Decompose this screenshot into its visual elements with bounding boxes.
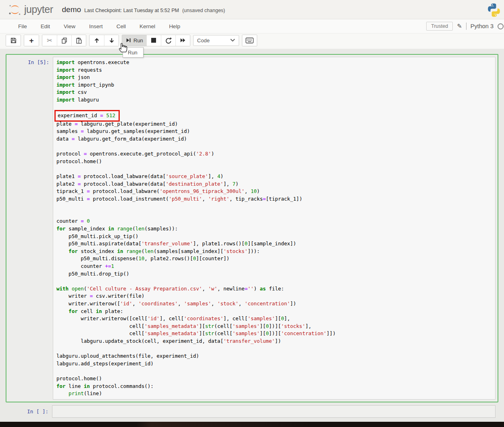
code-line: for stock_index in range(len(samples[sam… xyxy=(56,248,492,255)
toolbar: + ✂ xyxy=(0,33,504,49)
code-line: import csv xyxy=(56,89,492,96)
cursor-pointer-icon xyxy=(117,41,129,53)
code-line: labguru.uploud_attachments(file, experim… xyxy=(56,352,492,360)
menu-items: FileEditViewInsertCellKernelHelp xyxy=(11,23,187,29)
python-logo-icon xyxy=(486,2,502,18)
restart-run-all-button[interactable] xyxy=(175,35,190,46)
arrow-down-icon xyxy=(108,37,115,44)
notebook-header: jupyter demo Last Checkpoint: Last Tuesd… xyxy=(0,0,504,19)
paste-icon xyxy=(75,37,82,44)
highlight-annotation-box: experiment_id = 512 xyxy=(54,110,120,122)
add-cell-button[interactable]: + xyxy=(24,35,39,46)
move-cell-up-button[interactable] xyxy=(90,35,104,46)
code-line: plate = labguru.get_plate(experiment_id) xyxy=(56,120,492,128)
input-prompt: In [5]: xyxy=(8,57,53,65)
code-line: plate1 = protocol.load_labware(data['sou… xyxy=(56,173,492,180)
code-line: p50_multi = protocol.load_instrument('p5… xyxy=(56,195,492,203)
menu-kernel[interactable]: Kernel xyxy=(133,23,162,29)
code-line xyxy=(56,143,492,151)
jupyter-logo[interactable]: jupyter xyxy=(8,3,53,17)
paste-cell-button[interactable] xyxy=(71,35,86,46)
menu-cell[interactable]: Cell xyxy=(110,23,133,29)
code-line: tiprack_1 = protocol.load_labware('opent… xyxy=(56,188,492,195)
code-line: writer.writerow([cell['id'], cell['coord… xyxy=(56,315,492,323)
code-line: cell['samples_metadata'][str(cell['sampl… xyxy=(56,330,492,338)
run-button-label: Run xyxy=(133,37,143,44)
code-line: import json xyxy=(56,74,492,81)
move-cell-down-button[interactable] xyxy=(104,35,119,46)
empty-code-input[interactable] xyxy=(52,405,496,418)
arrow-up-icon xyxy=(94,37,100,44)
save-button[interactable] xyxy=(6,35,21,46)
code-line: experiment_id = 512 xyxy=(56,111,492,120)
unsaved-changes-label: (unsaved changes) xyxy=(182,8,225,13)
code-line: writer = csv.writer(file) xyxy=(56,292,492,300)
checkpoint-status: Last Checkpoint: Last Tuesday at 5:52 PM xyxy=(84,8,179,13)
code-editor[interactable]: import opentrons.executeimport requestsi… xyxy=(53,57,496,400)
code-line: p50_multi.aspirate(data['transfer_volume… xyxy=(56,240,492,248)
code-line xyxy=(56,104,492,112)
menu-view[interactable]: View xyxy=(57,23,82,29)
menu-edit[interactable]: Edit xyxy=(34,23,57,29)
code-line: cell['samples_metadata'][str(cell['sampl… xyxy=(56,323,492,330)
code-line: counter +=1 xyxy=(56,263,492,270)
code-line: p50_multi.dispense(10, plate2.rows()[0][… xyxy=(56,255,492,263)
command-palette-button[interactable] xyxy=(242,35,257,46)
code-line: for cell in plate: xyxy=(56,308,492,315)
kernel-name-label: Python 3 xyxy=(471,23,494,29)
code-line: p50_multi.drop_tip() xyxy=(56,270,492,278)
code-line: labguru.update_stock(cell, experiment_id… xyxy=(56,338,492,345)
code-line: protocol.home() xyxy=(56,158,492,166)
code-line: for sample_index in range(len(samples)): xyxy=(56,225,492,233)
save-icon xyxy=(10,37,17,44)
menu-help[interactable]: Help xyxy=(162,23,187,29)
code-line xyxy=(56,278,492,285)
divider xyxy=(466,23,467,30)
plus-icon: + xyxy=(29,37,33,44)
code-line: samples = labguru.get_samples(experiment… xyxy=(56,128,492,135)
code-line: plate2 = protocol.load_labware(data['des… xyxy=(56,180,492,188)
stop-button[interactable] xyxy=(146,35,161,46)
code-line: with open('Cell culture - Assay Preparat… xyxy=(56,285,492,293)
restart-icon xyxy=(165,37,172,44)
kernel-status-icon xyxy=(498,23,504,29)
code-line: labguru.add_steps(experiment_id) xyxy=(56,360,492,368)
jupyter-wordmark: jupyter xyxy=(24,4,53,15)
code-line: import import_ipynb xyxy=(56,81,492,89)
code-line: import requests xyxy=(56,66,492,74)
empty-code-cell: In [ ]: xyxy=(6,405,498,418)
code-line xyxy=(56,367,492,375)
code-line: protocol = opentrons.execute.get_protoco… xyxy=(56,150,492,158)
trusted-button[interactable]: Trusted xyxy=(426,22,453,31)
code-line: writer.writerow(['id', 'coordinates', 's… xyxy=(56,300,492,308)
edit-mode-pencil-icon: ✎ xyxy=(457,23,462,30)
code-line: protocol.home() xyxy=(56,375,492,383)
menu-file[interactable]: File xyxy=(11,23,34,29)
restart-kernel-button[interactable] xyxy=(161,35,175,46)
fast-forward-icon xyxy=(179,37,186,44)
menu-insert[interactable]: Insert xyxy=(82,23,110,29)
code-line: p50_multi.pick_up_tip() xyxy=(56,233,492,240)
stop-icon xyxy=(151,38,156,43)
input-prompt-empty: In [ ]: xyxy=(8,408,52,415)
code-line: import opentrons.execute xyxy=(56,59,492,66)
bottom-video-bar xyxy=(0,422,504,427)
cut-cell-button[interactable]: ✂ xyxy=(42,35,57,46)
chevron-down-icon xyxy=(230,39,235,42)
menu-bar: FileEditViewInsertCellKernelHelp Trusted… xyxy=(0,19,504,33)
jupyter-logo-icon xyxy=(8,3,22,17)
code-line xyxy=(56,210,492,218)
cell-type-dropdown[interactable]: Code xyxy=(193,35,239,46)
code-line xyxy=(56,203,492,210)
code-line: print(line) xyxy=(56,390,492,398)
copy-cell-button[interactable] xyxy=(57,35,71,46)
code-line xyxy=(56,345,492,353)
cell-type-value: Code xyxy=(197,37,210,44)
code-line: for line in protocol.commands(): xyxy=(56,383,492,390)
code-cell-selected: In [5]: import opentrons.executeimport r… xyxy=(6,54,498,402)
copy-icon xyxy=(61,37,68,44)
notebook-title[interactable]: demo xyxy=(62,5,81,14)
code-line: import labguru xyxy=(56,96,492,104)
code-line: data = labguru.get_form_data(experiment_… xyxy=(56,135,492,143)
code-line xyxy=(56,165,492,173)
